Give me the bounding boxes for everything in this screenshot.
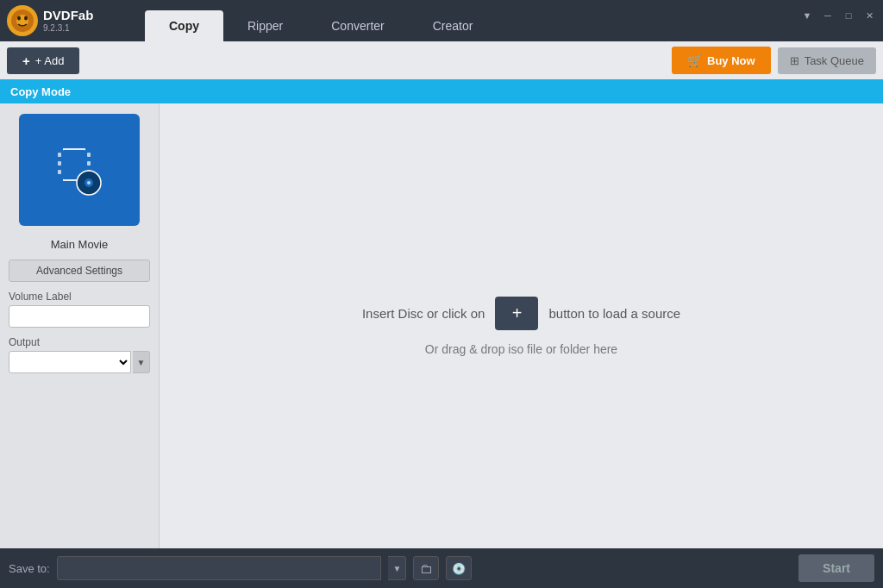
save-to-label: Save to: <box>9 562 50 575</box>
drive-icon: 💿 <box>452 562 466 575</box>
drive-icon-btn[interactable]: 💿 <box>446 556 472 580</box>
svg-rect-10 <box>58 170 61 174</box>
drag-drop-text: Or drag & drop iso file or folder here <box>425 342 617 356</box>
cart-icon: 🛒 <box>687 53 702 67</box>
svg-rect-11 <box>87 153 91 157</box>
tab-copy[interactable]: Copy <box>145 10 223 41</box>
copy-mode-bar: Copy Mode <box>0 79 883 103</box>
nav-tabs: Copy Ripper Converter Creator <box>145 0 876 41</box>
grid-icon: ⊞ <box>790 54 799 67</box>
advanced-settings-button[interactable]: Advanced Settings <box>9 260 150 282</box>
insert-text-after: button to load a source <box>548 306 680 321</box>
drop-area: Insert Disc or click on + button to load… <box>160 103 883 548</box>
svg-rect-8 <box>58 153 61 157</box>
task-queue-button[interactable]: ⊞ Task Queue <box>778 47 876 74</box>
main-movie-card[interactable] <box>19 114 140 226</box>
tab-converter[interactable]: Converter <box>307 10 408 41</box>
buy-now-button[interactable]: 🛒 Buy Now <box>672 47 771 74</box>
restore-btn[interactable]: □ <box>842 9 855 22</box>
dropdown-btn[interactable]: ▼ <box>800 9 814 22</box>
svg-point-17 <box>87 181 91 185</box>
tab-creator[interactable]: Creator <box>409 10 498 41</box>
volume-label-input[interactable] <box>9 305 150 328</box>
logo-area: DVDFab 9.2.3.1 <box>7 5 145 36</box>
title-bar: DVDFab 9.2.3.1 Copy Ripper Converter Cre… <box>0 0 883 41</box>
bottom-bar: Save to: ▼ 🗀 💿 Start <box>0 548 883 588</box>
insert-line: Insert Disc or click on + button to load… <box>362 297 680 330</box>
dvdfab-logo <box>7 5 38 36</box>
tab-ripper[interactable]: Ripper <box>223 10 307 41</box>
output-dropdown-btn[interactable]: ▼ <box>133 351 150 373</box>
folder-icon-btn[interactable]: 🗀 <box>413 556 439 580</box>
save-to-dropdown-btn[interactable]: ▼ <box>388 556 406 580</box>
volume-label-text: Volume Label <box>9 291 150 303</box>
main-content: Main Movie Advanced Settings Volume Labe… <box>0 103 883 548</box>
copy-mode-label: Copy Mode <box>10 85 71 98</box>
app-name: DVDFab <box>43 9 93 23</box>
window-controls: ▼ ─ □ ✕ <box>800 9 876 22</box>
svg-rect-12 <box>87 161 91 166</box>
add-label: + Add <box>35 54 65 67</box>
add-icon: + <box>22 53 30 68</box>
toolbar: + + Add 🛒 Buy Now ⊞ Task Queue <box>0 41 883 79</box>
start-button[interactable]: Start <box>798 554 874 582</box>
main-movie-icon <box>49 140 110 200</box>
insert-text-before: Insert Disc or click on <box>362 306 485 321</box>
svg-point-3 <box>17 16 21 21</box>
output-label-text: Output <box>9 336 150 348</box>
main-movie-label: Main Movie <box>9 238 150 251</box>
svg-rect-9 <box>58 161 61 166</box>
folder-icon: 🗀 <box>420 561 433 576</box>
close-btn[interactable]: ✕ <box>862 9 876 22</box>
add-button[interactable]: + + Add <box>7 47 79 74</box>
output-row: ▼ <box>9 351 150 373</box>
svg-point-4 <box>24 16 28 21</box>
minimize-btn[interactable]: ─ <box>821 9 835 22</box>
output-select[interactable] <box>9 351 131 373</box>
sidebar: Main Movie Advanced Settings Volume Labe… <box>0 103 160 548</box>
output-field: Output ▼ <box>9 336 150 373</box>
volume-label-field: Volume Label <box>9 291 150 328</box>
app-version: 9.2.3.1 <box>43 23 93 33</box>
task-queue-label: Task Queue <box>805 54 864 67</box>
save-to-input[interactable] <box>57 556 382 580</box>
buy-now-label: Buy Now <box>707 54 755 67</box>
add-source-button[interactable]: + <box>495 297 538 330</box>
